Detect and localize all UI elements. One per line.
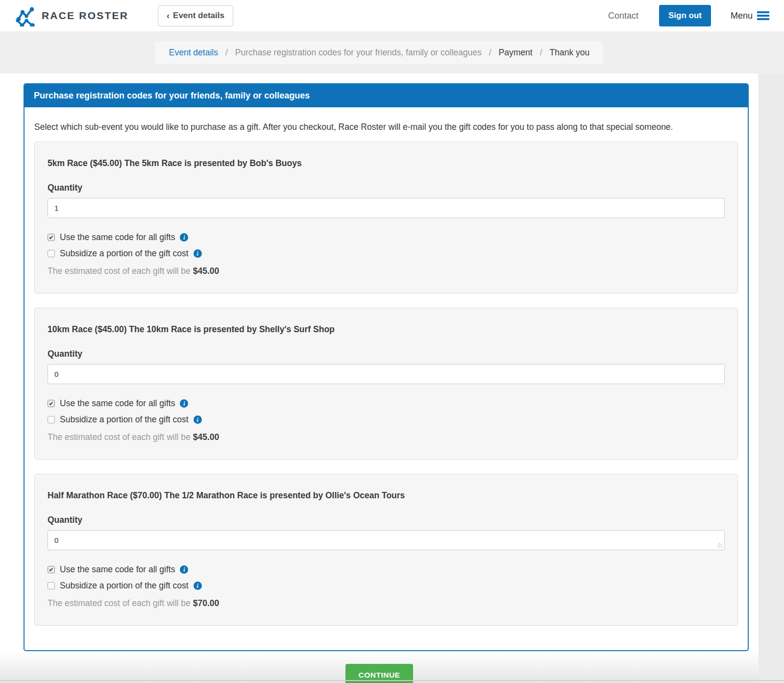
same-code-label: Use the same code for all gifts: [60, 564, 175, 575]
info-icon[interactable]: [194, 415, 202, 424]
quantity-input-wrap: [48, 364, 725, 384]
same-code-row[interactable]: Use the same code for all gifts: [48, 229, 725, 245]
menu-button[interactable]: Menu: [731, 11, 769, 21]
subsidize-label: Subsidize a portion of the gift cost: [60, 581, 189, 591]
breadcrumb-separator: /: [489, 48, 491, 58]
sign-out-button[interactable]: Sign out: [659, 5, 711, 26]
breadcrumb-thank-you: Thank you: [550, 48, 590, 58]
intro-text: Select which sub-event you would like to…: [34, 121, 723, 134]
race-title: Half Marathon Race ($70.00) The 1/2 Mara…: [48, 490, 725, 501]
subsidize-checkbox[interactable]: [48, 416, 55, 423]
breadcrumb-event-details[interactable]: Event details: [169, 48, 218, 58]
same-code-label: Use the same code for all gifts: [60, 232, 175, 243]
quantity-label: Quantity: [48, 515, 725, 525]
estimated-cost: The estimated cost of each gift will be …: [48, 266, 725, 276]
same-code-checkbox[interactable]: [48, 400, 55, 407]
quantity-input-wrap: [48, 198, 725, 218]
estimated-cost: The estimated cost of each gift will be …: [48, 432, 725, 442]
menu-label: Menu: [731, 11, 753, 21]
race-section-10km: 10km Race ($45.00) The 10km Race is pres…: [34, 308, 738, 460]
race-section-5km: 5km Race ($45.00) The 5km Race is presen…: [34, 142, 738, 293]
breadcrumb: Event details / Purchase registration co…: [155, 41, 604, 64]
estimated-cost-text: The estimated cost of each gift will be: [48, 266, 191, 276]
estimated-cost-value: $70.00: [193, 598, 220, 608]
quantity-label: Quantity: [48, 349, 725, 359]
contact-link[interactable]: Contact: [608, 11, 638, 21]
breadcrumb-band: Event details / Purchase registration co…: [0, 31, 784, 73]
race-roster-logo-icon: [15, 5, 36, 26]
event-details-back-label: Event details: [173, 11, 224, 21]
panel-title: Purchase registration codes for your fri…: [24, 84, 748, 107]
subsidize-row[interactable]: Subsidize a portion of the gift cost: [48, 245, 725, 262]
subsidize-label: Subsidize a portion of the gift cost: [60, 415, 189, 425]
resize-grip-icon[interactable]: [717, 543, 722, 548]
info-icon[interactable]: [180, 565, 188, 574]
same-code-row[interactable]: Use the same code for all gifts: [48, 561, 725, 578]
quantity-input[interactable]: [48, 364, 725, 384]
brand-name: RACE ROSTER: [42, 10, 128, 22]
estimated-cost: The estimated cost of each gift will be …: [48, 598, 725, 609]
breadcrumb-separator: /: [540, 48, 542, 58]
top-bar: RACE ROSTER ‹ Event details Contact Sign…: [0, 0, 784, 31]
estimated-cost-value: $45.00: [193, 266, 220, 276]
event-details-back-button[interactable]: ‹ Event details: [158, 5, 233, 26]
quantity-input[interactable]: [48, 530, 725, 550]
estimated-cost-text: The estimated cost of each gift will be: [48, 598, 191, 608]
same-code-label: Use the same code for all gifts: [60, 398, 175, 409]
breadcrumb-payment: Payment: [499, 48, 533, 58]
info-icon[interactable]: [194, 249, 202, 258]
subsidize-checkbox[interactable]: [48, 250, 55, 257]
race-title: 10km Race ($45.00) The 10km Race is pres…: [48, 324, 725, 335]
estimated-cost-value: $45.00: [193, 432, 220, 442]
subsidize-row[interactable]: Subsidize a portion of the gift cost: [48, 412, 725, 428]
quantity-label: Quantity: [48, 183, 725, 193]
race-title: 5km Race ($45.00) The 5km Race is presen…: [48, 158, 725, 169]
page-bottom-divider: [0, 680, 784, 681]
breadcrumb-band-inner: Event details / Purchase registration co…: [0, 31, 759, 73]
same-code-checkbox[interactable]: [48, 234, 55, 241]
breadcrumb-separator: /: [225, 48, 228, 58]
subsidize-checkbox[interactable]: [48, 582, 55, 589]
info-icon[interactable]: [180, 399, 188, 408]
checkbox-group: Use the same code for all gifts Subsidiz…: [48, 561, 725, 594]
same-code-row[interactable]: Use the same code for all gifts: [48, 395, 725, 412]
subsidize-row[interactable]: Subsidize a portion of the gift cost: [48, 578, 725, 594]
main-content: Purchase registration codes for your fri…: [0, 73, 759, 683]
chevron-left-icon: ‹: [167, 11, 170, 21]
info-icon[interactable]: [180, 233, 188, 242]
checkbox-group: Use the same code for all gifts Subsidiz…: [48, 395, 725, 428]
form-actions: CONTINUE: [0, 651, 759, 683]
same-code-checkbox[interactable]: [48, 566, 55, 573]
race-section-half-marathon: Half Marathon Race ($70.00) The 1/2 Mara…: [34, 474, 738, 626]
panel-body: Select which sub-event you would like to…: [24, 107, 748, 650]
race-roster-logo[interactable]: RACE ROSTER: [15, 5, 128, 26]
purchase-codes-panel: Purchase registration codes for your fri…: [24, 83, 749, 651]
breadcrumb-current: Purchase registration codes for your fri…: [235, 48, 482, 58]
checkbox-group: Use the same code for all gifts Subsidiz…: [48, 229, 725, 262]
quantity-input-wrap: [48, 530, 725, 550]
info-icon[interactable]: [194, 582, 202, 590]
hamburger-icon: [757, 11, 769, 20]
quantity-input[interactable]: [48, 198, 725, 218]
estimated-cost-text: The estimated cost of each gift will be: [48, 432, 191, 442]
subsidize-label: Subsidize a portion of the gift cost: [60, 248, 189, 259]
